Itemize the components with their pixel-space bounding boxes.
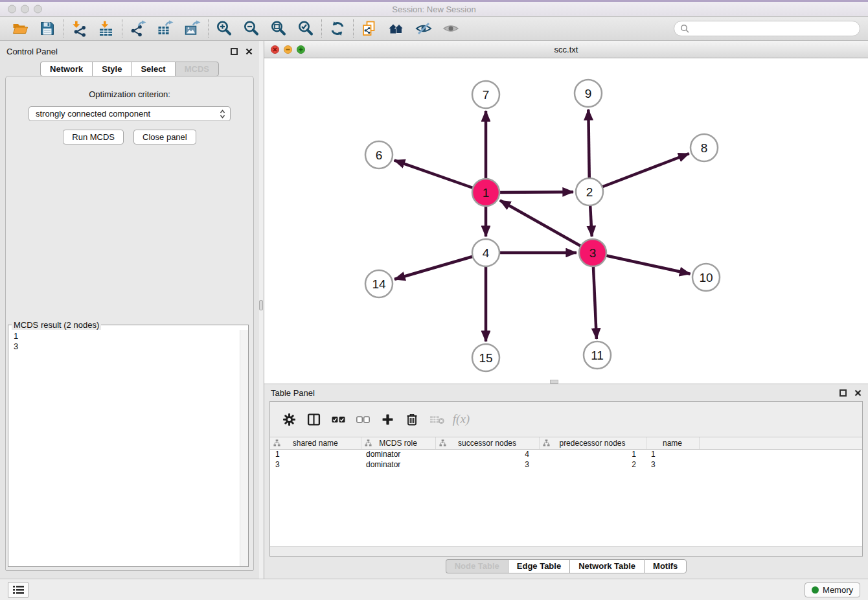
task-history-button[interactable] [8,582,29,598]
unchecked-boxes-icon [356,416,370,423]
criterion-selected-value: strongly connected component [36,109,220,119]
tab-style[interactable]: Style [92,62,131,76]
show-eye-button[interactable] [437,18,464,39]
tab-select[interactable]: Select [131,62,174,76]
hierarchy-icon [543,439,550,446]
export-table-button[interactable] [152,18,179,39]
edge-2-8[interactable] [600,154,689,188]
list-icon [13,585,24,595]
cell-predecessor_nodes[interactable]: 1 [539,449,646,459]
table-row[interactable]: 3dominator323 [270,459,862,470]
memory-button[interactable]: Memory [805,583,860,597]
toolbar-separator [63,19,63,38]
column-header-shared_name[interactable]: shared name [270,437,361,449]
minimize-network-button[interactable] [284,45,292,54]
network-canvas[interactable]: 7968124314101511 [264,58,868,384]
home-reset-view-button[interactable] [383,18,410,39]
cell-shared_name[interactable]: 1 [270,449,361,459]
table-horizontal-scrollbar[interactable] [270,546,862,556]
table-row[interactable]: 1dominator411 [270,449,862,459]
close-network-button[interactable] [271,45,279,54]
checked-boxes-icon [332,416,345,423]
zoom-out-icon [243,20,260,37]
tab-network[interactable]: Network [40,62,92,76]
export-network-button[interactable] [124,18,152,39]
close-table-panel-icon[interactable] [854,389,862,397]
edge-2-3[interactable] [590,203,592,237]
hide-eye-button[interactable] [410,18,437,39]
network-graph-svg: 7968124314101511 [264,58,868,384]
table-panel-header: Table Panel [264,384,868,401]
import-table-button[interactable] [93,18,120,39]
delete-column-button[interactable] [400,413,424,426]
node-label-7: 7 [483,88,490,102]
edge-3-11[interactable] [593,264,597,339]
float-panel-icon[interactable] [231,48,238,55]
import-table-icon [98,20,115,37]
stepper-arrows-icon [220,109,225,119]
search-input[interactable] [692,23,854,34]
float-table-panel-icon[interactable] [839,389,847,397]
refresh-network-button[interactable] [324,18,351,39]
zoom-fit-button[interactable] [265,18,292,39]
zoom-in-button[interactable] [211,18,238,39]
edge-4-14[interactable] [394,256,475,279]
minimize-window-button[interactable] [21,5,29,14]
show-columns-button[interactable] [301,413,326,426]
column-header-successor_nodes[interactable]: successor nodes [435,437,539,449]
cell-name[interactable]: 1 [646,449,699,459]
node-table: shared nameMCDS rolesuccessor nodesprede… [270,437,862,546]
edge-3-10[interactable] [604,255,691,274]
tab-network-table[interactable]: Network Table [569,559,644,573]
export-image-button[interactable] [179,18,206,39]
edge-2-9[interactable] [588,110,589,180]
close-window-button[interactable] [8,5,16,14]
clone-network-button[interactable] [356,18,383,39]
columns-icon [307,413,321,426]
import-network-button[interactable] [65,18,93,39]
create-column-button[interactable] [375,413,400,426]
save-session-button[interactable] [34,18,61,39]
run-mcds-button[interactable]: Run MCDS [63,130,124,144]
result-scrollbar[interactable] [240,330,248,566]
deselect-all-columns-button[interactable] [350,416,375,423]
zoom-selected-button[interactable] [292,18,319,39]
edge-1-2[interactable] [497,192,573,192]
cell-shared_name[interactable]: 3 [270,459,361,470]
status-bar: Memory [0,579,868,600]
zoom-fit-icon [270,20,287,37]
cell-name[interactable]: 3 [646,459,699,470]
export-network-icon [130,20,146,37]
search-field[interactable] [674,21,860,36]
cell-successor_nodes[interactable]: 4 [435,449,539,459]
tab-motifs[interactable]: Motifs [644,559,687,573]
cell-mcds_role[interactable]: dominator [361,449,435,459]
criterion-select[interactable]: strongly connected component [29,106,231,121]
maximize-window-button[interactable] [34,5,42,14]
cell-mcds_role[interactable]: dominator [361,459,435,470]
horizontal-splitter-handle[interactable] [550,380,558,384]
function-builder-button-disabled[interactable]: f(x) [449,412,474,426]
splitter-handle[interactable] [259,300,263,310]
maximize-network-button[interactable] [297,45,305,54]
table-settings-button[interactable] [277,413,301,426]
tab-edge-table[interactable]: Edge Table [508,559,569,573]
edge-3-1[interactable] [500,200,583,247]
cell-predecessor_nodes[interactable]: 2 [539,459,646,470]
close-panel-icon[interactable] [246,48,253,55]
zoom-out-button[interactable] [238,18,265,39]
delete-table-button-disabled[interactable] [424,415,449,424]
close-panel-button[interactable]: Close panel [133,130,196,144]
select-all-columns-button[interactable] [326,416,350,423]
tab-node-table[interactable]: Node Table [446,559,508,573]
cell-successor_nodes[interactable]: 3 [435,459,539,470]
open-session-button[interactable] [6,18,34,39]
column-header-predecessor_nodes[interactable]: predecessor nodes [539,437,646,449]
mcds-panel: Optimization criterion: strongly connect… [5,76,254,571]
tab-mcds[interactable]: MCDS [175,62,219,76]
edge-1-6[interactable] [394,160,475,189]
column-header-mcds_role[interactable]: MCDS role [361,437,435,449]
column-header-name[interactable]: name [646,437,699,449]
vertical-splitter[interactable] [259,41,264,579]
close-glyph-icon [273,47,277,52]
